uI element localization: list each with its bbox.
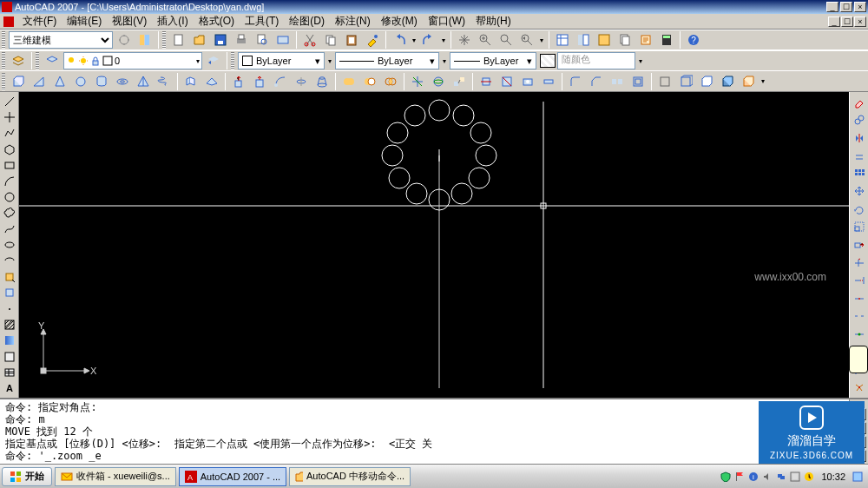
match-prop-button[interactable] <box>363 30 382 49</box>
mdi-close-button[interactable]: × <box>854 16 866 27</box>
circle-button[interactable] <box>1 189 18 204</box>
stretch-button[interactable] <box>851 236 868 254</box>
menu-dim[interactable]: 标注(N) <box>330 14 376 29</box>
erase-button[interactable] <box>851 94 868 111</box>
shell-button[interactable] <box>628 72 648 91</box>
scale-button[interactable] <box>851 219 868 236</box>
copy-button[interactable] <box>321 30 340 49</box>
toolpalette-button[interactable] <box>135 30 155 49</box>
polysolid-button[interactable] <box>181 72 201 91</box>
array-button[interactable] <box>851 165 868 182</box>
menu-edit[interactable]: 编辑(E) <box>62 14 107 29</box>
tool-palettes-button[interactable] <box>595 30 614 49</box>
mirror-button[interactable] <box>851 129 868 147</box>
chamfer-edge-button[interactable] <box>587 72 606 91</box>
pan-button[interactable] <box>455 30 474 49</box>
make-block-button[interactable] <box>1 286 18 300</box>
undo-button[interactable] <box>390 30 409 49</box>
menu-tools[interactable]: 工具(T) <box>240 14 284 29</box>
workspace-select[interactable]: 三维建模 <box>9 31 113 49</box>
visual-style-2d-button[interactable] <box>655 72 674 91</box>
toolbar-grip[interactable] <box>2 52 5 69</box>
3drotate-button[interactable] <box>429 72 448 91</box>
tray-desktop-icon[interactable] <box>852 472 863 482</box>
taskbar-item-autocad[interactable]: A AutoCAD 2007 - ... <box>179 467 286 486</box>
flatshot-button[interactable] <box>518 72 537 91</box>
intersect-button[interactable] <box>381 72 400 91</box>
cone-button[interactable] <box>50 72 69 91</box>
zoom-previous-button[interactable] <box>517 30 536 49</box>
slice-button[interactable] <box>497 72 516 91</box>
box-button[interactable] <box>9 72 28 91</box>
spline-button[interactable] <box>1 221 18 236</box>
point-button[interactable] <box>1 301 18 316</box>
markup-button[interactable] <box>636 30 655 49</box>
extrude-button[interactable] <box>229 72 248 91</box>
publish-button[interactable] <box>273 30 293 49</box>
help-button[interactable]: ? <box>684 30 703 49</box>
toolbar-grip[interactable] <box>36 52 39 69</box>
redo-button[interactable] <box>419 30 438 49</box>
region-button[interactable] <box>1 349 18 364</box>
ellipse-arc-button[interactable] <box>1 254 18 268</box>
toolbar-grip[interactable] <box>162 31 166 49</box>
visual-style-conceptual-button[interactable] <box>739 72 758 91</box>
3dmove-button[interactable] <box>408 72 427 91</box>
wedge-button[interactable] <box>30 72 49 91</box>
table-button[interactable] <box>1 365 18 379</box>
layer-states-button[interactable] <box>43 51 62 70</box>
helix-button[interactable] <box>155 72 174 91</box>
separate-button[interactable] <box>608 72 627 91</box>
tray-shield-icon[interactable] <box>720 472 731 482</box>
line-button[interactable] <box>1 94 18 109</box>
tray-info-icon[interactable]: i <box>748 472 759 482</box>
tray-multi-icon[interactable] <box>790 472 800 482</box>
menu-draw[interactable]: 绘图(D) <box>284 14 330 29</box>
offset-button[interactable] <box>851 148 868 165</box>
zoom-dropdown[interactable]: ▾ <box>538 36 545 44</box>
visual-style-wire-button[interactable] <box>676 72 695 91</box>
ellipse-button[interactable] <box>1 237 18 252</box>
gradient-button[interactable] <box>1 333 18 348</box>
rotate-button[interactable] <box>851 201 868 218</box>
menu-insert[interactable]: 插入(I) <box>152 14 193 29</box>
linetype-dropdown[interactable]: ▾ <box>441 57 448 65</box>
loft-button[interactable] <box>312 72 332 91</box>
break-at-point-button[interactable] <box>851 290 868 307</box>
copy-obj-button[interactable] <box>851 112 868 129</box>
revolve-button[interactable] <box>292 72 311 91</box>
plotstyle-dropdown[interactable]: ▾ <box>637 57 644 65</box>
mtext-button[interactable]: A <box>1 381 18 396</box>
taskbar-item-folder[interactable]: AutoCAD 中移动命令... <box>289 467 411 486</box>
color-select[interactable]: ByLayer ▾ <box>238 52 325 69</box>
cylinder-button[interactable] <box>92 72 111 91</box>
move-button[interactable] <box>851 183 868 201</box>
layer-manager-button[interactable] <box>9 51 28 70</box>
close-button[interactable]: × <box>854 2 866 12</box>
linetype-select[interactable]: ByLayer ▾ <box>335 52 439 69</box>
rectangle-button[interactable] <box>1 158 18 173</box>
lineweight-select[interactable]: ByLayer ▾ <box>450 52 536 69</box>
plot-color-swatch[interactable] <box>540 54 556 68</box>
revision-cloud-button[interactable] <box>1 206 18 221</box>
construction-line-button[interactable] <box>1 109 18 124</box>
join-button[interactable] <box>851 326 868 343</box>
trim-button[interactable] <box>851 254 868 272</box>
menu-view[interactable]: 视图(V) <box>107 14 152 29</box>
quick-calc-button[interactable] <box>657 30 676 49</box>
extend-button[interactable] <box>851 272 868 289</box>
toolbar-grip[interactable] <box>2 73 5 90</box>
command-history[interactable]: 命令: 指定对角点: 命令: m MOVE 找到 12 个 指定基点或 [位移(… <box>0 399 849 464</box>
torus-button[interactable] <box>113 72 132 91</box>
section-plane-button[interactable] <box>477 72 496 91</box>
print-button[interactable] <box>232 30 251 49</box>
tray-flag-icon[interactable] <box>734 472 745 482</box>
planar-surface-button[interactable] <box>202 72 221 91</box>
visual-style-realistic-button[interactable] <box>718 72 737 91</box>
menu-format[interactable]: 格式(O) <box>194 14 240 29</box>
pyramid-button[interactable] <box>134 72 153 91</box>
cut-button[interactable] <box>300 30 319 49</box>
design-center-button[interactable] <box>574 30 593 49</box>
visualstyle-dropdown[interactable]: ▾ <box>760 77 766 85</box>
minimize-button[interactable]: _ <box>826 2 838 12</box>
